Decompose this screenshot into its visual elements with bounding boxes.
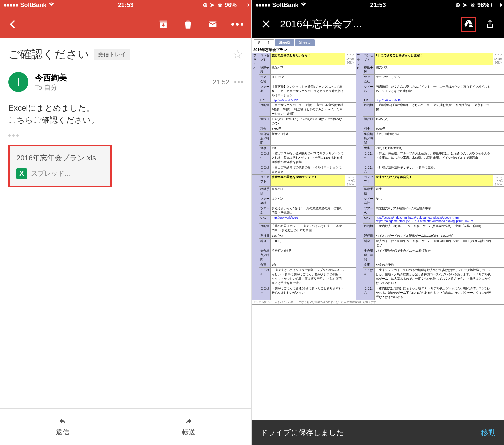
attachment-card[interactable]: 2016年忘年会プラン.xls X スプレッド…	[8, 145, 112, 187]
email-body-text: Excelにまとめました。 こちらご確認ください。	[8, 102, 243, 126]
wifi-icon	[48, 2, 54, 9]
bluetooth-icon: ⨳	[469, 2, 475, 9]
gmail-toolbar	[0, 10, 251, 38]
battery-icon	[239, 3, 248, 7]
forward-icon	[184, 417, 194, 425]
viewer-title: 2016年忘年会プ…	[280, 17, 455, 31]
lock-icon: ⊕	[455, 1, 460, 9]
avatar[interactable]: I	[8, 72, 28, 92]
back-button[interactable]	[7, 17, 21, 32]
drive-icon: +	[463, 19, 474, 30]
close-button[interactable]: ✕	[259, 17, 273, 32]
lock-icon: ⊕	[203, 1, 208, 9]
wifi-icon	[300, 2, 306, 9]
inbox-tag: 受信トレイ	[94, 49, 130, 60]
subject-text: ご確認ください	[8, 47, 89, 62]
message-more-button[interactable]	[234, 81, 243, 83]
svg-text:+: +	[471, 24, 473, 28]
spreadsheet-table: 2016年忘年会プラン プランA コンセプト旅行気分を楽しみたいなら！ここに1〜…	[252, 47, 504, 305]
toast-action-button[interactable]: 移動	[481, 428, 496, 438]
attachment-type: スプレッド…	[31, 169, 71, 178]
xls-icon: X	[16, 168, 27, 179]
chevron-left-icon	[10, 20, 18, 28]
toast-notification: ドライブに保存しました 移動	[252, 420, 504, 445]
reply-icon	[58, 417, 68, 425]
to-line: To 自分	[35, 83, 206, 92]
status-time: 21:53	[118, 2, 133, 9]
toast-message: ドライブに保存しました	[260, 428, 344, 438]
status-bar-right: ●●●●● SoftBank 21:53 ⊕ ➤ ⨳ 96%	[252, 0, 504, 10]
sheet-tab-1[interactable]: Sheet1	[254, 39, 274, 46]
signal-dots: ●●●●●	[3, 2, 18, 9]
reply-button[interactable]: 返信	[0, 409, 126, 445]
forward-button[interactable]: 転送	[126, 409, 252, 445]
expand-trimmed-button[interactable]	[8, 134, 243, 137]
message-time: 21:52	[213, 78, 229, 86]
bottom-action-bar: 返信 転送	[0, 408, 251, 445]
attachment-filename: 2016年忘年会プラン.xls	[16, 153, 104, 163]
star-button[interactable]: ☆	[232, 47, 243, 61]
location-icon: ➤	[210, 1, 215, 9]
delete-button[interactable]	[181, 17, 195, 32]
more-dots-icon	[231, 23, 243, 26]
more-button[interactable]	[230, 17, 245, 32]
location-icon: ➤	[462, 1, 467, 9]
status-bar-left: ●●●●● SoftBank 21:53 ⊕ ➤ ⨳ 96%	[0, 0, 251, 10]
sheet-tab-3[interactable]: Sheet3	[295, 39, 315, 46]
carrier-label: SoftBank	[20, 2, 46, 9]
battery-pct: 96%	[225, 2, 237, 9]
bluetooth-icon: ⨳	[217, 2, 223, 9]
sheet-tab-2[interactable]: Sheet2	[275, 39, 294, 46]
viewer-toolbar: ✕ 2016年忘年会プ… +	[252, 10, 504, 38]
share-button[interactable]	[483, 17, 497, 32]
mark-unread-button[interactable]	[205, 17, 220, 32]
archive-button[interactable]	[156, 17, 171, 32]
spreadsheet-viewer[interactable]: Sheet1 Sheet2 Sheet3 2016年忘年会プラン プランA コン…	[252, 38, 504, 445]
save-to-drive-button[interactable]: +	[461, 17, 476, 32]
sender-name: 今西絢美	[35, 72, 206, 83]
battery-icon	[491, 3, 501, 7]
